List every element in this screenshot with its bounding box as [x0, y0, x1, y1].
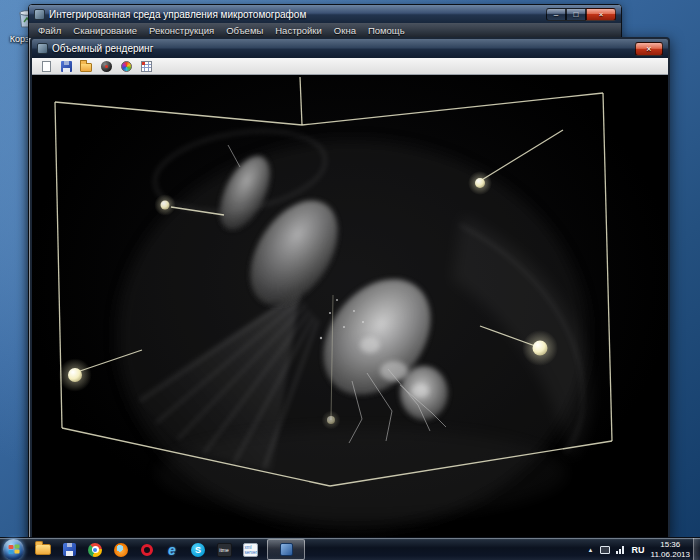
close-button[interactable]: × — [586, 8, 616, 21]
render-viewport[interactable] — [32, 75, 668, 537]
maximize-button[interactable]: □ — [566, 8, 586, 21]
xml-server-taskbar-button[interactable]: xml server — [239, 540, 261, 559]
cube-edge — [302, 93, 603, 125]
show-hidden-icons-chevron[interactable]: ▲ — [588, 547, 594, 553]
save-icon[interactable] — [59, 60, 73, 73]
grid-view-icon[interactable] — [139, 60, 153, 73]
volume-render-window: Объемный рендеринг × — [30, 37, 670, 539]
tray-time: 15:36 — [651, 540, 690, 550]
cube-edge — [480, 130, 563, 181]
menu-help[interactable]: Помощь — [362, 25, 411, 36]
system-tray: ▲ RU 15:36 11.06.2013 — [588, 538, 690, 560]
app-window-icon — [34, 9, 45, 20]
color-palette-icon[interactable] — [119, 60, 133, 73]
start-button[interactable] — [3, 539, 24, 560]
clip-handle-sphere[interactable] — [327, 416, 335, 424]
language-indicator[interactable]: RU — [632, 545, 645, 555]
itme-taskbar-button[interactable]: itme — [213, 540, 235, 559]
volume-render-titlebar[interactable]: Объемный рендеринг × — [32, 39, 668, 58]
menu-reconstruction[interactable]: Реконструкция — [143, 25, 220, 36]
explorer-taskbar-button[interactable] — [32, 540, 54, 559]
windows-flag-icon — [8, 544, 20, 555]
tray-clock[interactable]: 15:36 11.06.2013 — [651, 540, 690, 559]
render-toolbar — [32, 58, 668, 75]
clip-handle-sphere[interactable] — [68, 368, 82, 382]
volume-window-title: Объемный рендеринг — [52, 43, 631, 54]
active-app-icon — [280, 543, 293, 556]
cube-edge — [603, 93, 612, 441]
menu-volumes[interactable]: Объемы — [220, 25, 269, 36]
opera-taskbar-button[interactable] — [136, 540, 158, 559]
xml-server-app-icon: xml server — [243, 543, 258, 557]
chrome-taskbar-button[interactable] — [84, 540, 106, 559]
show-desktop-button[interactable] — [693, 538, 700, 560]
close-button[interactable]: × — [635, 42, 663, 56]
menu-file[interactable]: Файл — [32, 25, 67, 36]
clip-handle-sphere[interactable] — [533, 341, 548, 356]
active-app-taskbar-button[interactable] — [267, 539, 305, 560]
volume-scene[interactable] — [32, 75, 668, 537]
menu-bar: Файл Сканирование Реконструкция Объемы Н… — [29, 23, 621, 38]
ie-taskbar-button[interactable]: e — [161, 540, 183, 559]
floppy-icon — [63, 543, 76, 556]
main-app-title: Интегрированная среда управления микрото… — [49, 9, 542, 20]
skype-icon: S — [191, 543, 205, 557]
chrome-icon — [88, 543, 102, 557]
cube-edge — [55, 102, 302, 125]
volume-window-icon — [37, 43, 48, 54]
itme-app-icon: itme — [217, 543, 232, 557]
skype-taskbar-button[interactable]: S — [187, 540, 209, 559]
menu-scanning[interactable]: Сканирование — [67, 25, 143, 36]
tray-date: 11.06.2013 — [651, 550, 690, 560]
folder-icon — [35, 544, 51, 555]
opera-icon — [141, 544, 153, 556]
volume-rendered-specimen — [117, 120, 592, 530]
open-folder-icon[interactable] — [79, 60, 93, 73]
display-tray-icon[interactable] — [600, 546, 610, 554]
firefox-taskbar-button[interactable] — [110, 540, 132, 559]
desktop: Корзина Интегрированная среда управления… — [0, 0, 700, 560]
main-app-titlebar[interactable]: Интегрированная среда управления микрото… — [29, 5, 621, 23]
network-tray-icon[interactable] — [616, 545, 626, 554]
clip-handle-sphere[interactable] — [475, 178, 485, 188]
ie-icon: e — [168, 543, 176, 557]
render-settings-icon[interactable] — [99, 60, 113, 73]
firefox-icon — [114, 543, 128, 557]
cube-edge — [300, 77, 302, 125]
taskbar: e S itme xml server ▲ RU 15:36 11.06.201… — [0, 537, 700, 560]
menu-windows[interactable]: Окна — [328, 25, 362, 36]
menu-settings[interactable]: Настройки — [269, 25, 328, 36]
new-document-icon[interactable] — [39, 60, 53, 73]
save-app-taskbar-button[interactable] — [58, 540, 80, 559]
minimize-button[interactable]: – — [546, 8, 566, 21]
clip-handle-sphere[interactable] — [161, 201, 170, 210]
